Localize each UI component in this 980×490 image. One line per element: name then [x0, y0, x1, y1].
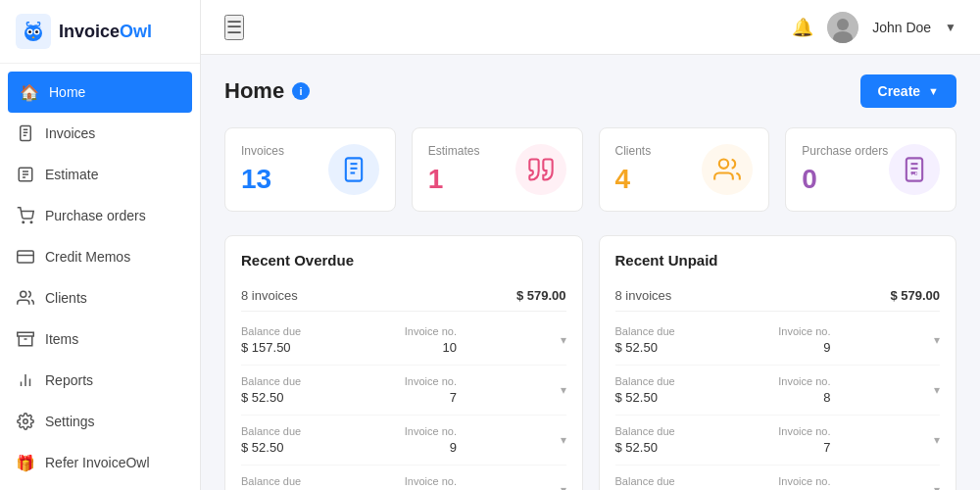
balance-value: $ 52.50 — [241, 390, 301, 405]
unpaid-item[interactable]: Balance due $ 52.50 Invoice no. 6 ▾ — [615, 466, 941, 490]
invoice-label: Invoice no. — [405, 375, 457, 387]
sidebar-item-label: Reports — [45, 372, 93, 388]
hamburger-button[interactable]: ☰ — [224, 15, 244, 40]
unpaid-item[interactable]: Balance due $ 52.50 Invoice no. 9 ▾ — [615, 316, 941, 366]
nav-menu: 🏠 Home Invoices Estimate Purchase orders — [0, 64, 200, 490]
expand-icon[interactable]: ▾ — [561, 333, 566, 347]
expand-icon[interactable]: ▾ — [561, 433, 566, 447]
expand-icon[interactable]: ▾ — [561, 383, 566, 397]
svg-point-1 — [24, 25, 42, 41]
overdue-item[interactable]: Balance due $ 52.50 Invoice no. 9 ▾ — [241, 416, 566, 466]
balance-label: Balance due — [241, 475, 301, 487]
invoice-label: Invoice no. — [405, 325, 457, 337]
recent-overdue-summary: 8 invoices $ 579.00 — [241, 280, 566, 312]
stat-label: Invoices — [241, 144, 284, 158]
invoices-icon — [16, 123, 35, 143]
invoice-no: 7 — [823, 440, 830, 455]
sidebar-item-faqs[interactable]: FAQs — [0, 483, 200, 490]
invoice-label: Invoice no. — [405, 475, 457, 487]
sidebar-item-label: Estimate — [45, 167, 98, 182]
expand-icon[interactable]: ▾ — [934, 333, 940, 347]
balance-label: Balance due — [615, 475, 675, 487]
stat-card-estimates[interactable]: Estimates 1 — [412, 127, 583, 212]
stat-label: Purchase orders — [802, 144, 888, 158]
stat-card-clients[interactable]: Clients 4 — [599, 127, 770, 212]
avatar — [827, 12, 858, 43]
balance-value: $ 52.50 — [615, 440, 675, 455]
header-right: 🔔 John Doe ▼ — [792, 12, 956, 43]
user-menu-chevron-icon[interactable]: ▼ — [945, 21, 956, 34]
stat-icon-purchase-orders: PO — [889, 144, 940, 195]
invoice-no: 9 — [450, 440, 457, 455]
svg-rect-36 — [906, 158, 922, 180]
sidebar-item-refer[interactable]: 🎁 Refer InvoiceOwl — [0, 442, 200, 483]
balance-value: $ 52.50 — [241, 440, 301, 455]
page-content: Home i Create ▼ Invoices 13 — [201, 55, 980, 490]
svg-rect-17 — [18, 251, 34, 263]
invoice-no: 10 — [442, 340, 456, 355]
sidebar-item-label: Home — [49, 84, 85, 100]
sidebar-item-label: Purchase orders — [45, 208, 146, 223]
top-header: ☰ 🔔 John Doe ▼ — [201, 0, 980, 55]
overdue-item[interactable]: Balance due $ 52.50 Invoice no. 8 ▾ — [241, 466, 566, 490]
overdue-item[interactable]: Balance due $ 52.50 Invoice no. 7 ▾ — [241, 366, 566, 416]
svg-point-35 — [719, 160, 728, 169]
sidebar-item-reports[interactable]: Reports — [0, 360, 200, 401]
expand-icon[interactable]: ▾ — [561, 483, 566, 490]
sidebar-item-credit-memos[interactable]: Credit Memos — [0, 236, 200, 277]
unpaid-item[interactable]: Balance due $ 52.50 Invoice no. 8 ▾ — [615, 366, 941, 416]
overdue-item[interactable]: Balance due $ 157.50 Invoice no. 10 ▾ — [241, 316, 566, 366]
sidebar: InvoiceOwl 🏠 Home Invoices Estimate Purc… — [0, 0, 201, 490]
sidebar-item-home[interactable]: 🏠 Home — [8, 72, 192, 113]
svg-point-16 — [30, 221, 32, 223]
sidebar-item-settings[interactable]: Settings — [0, 401, 200, 442]
sidebar-item-label: Credit Memos — [45, 249, 130, 265]
expand-icon[interactable]: ▾ — [934, 383, 940, 397]
stat-value: 1 — [428, 164, 480, 195]
sidebar-item-label: Refer InvoiceOwl — [45, 455, 150, 470]
balance-label: Balance due — [241, 375, 301, 387]
create-button[interactable]: Create ▼ — [860, 74, 956, 108]
sidebar-item-estimate[interactable]: Estimate — [0, 154, 200, 195]
clients-icon — [16, 288, 35, 308]
recent-overdue-section: Recent Overdue 8 invoices $ 579.00 Balan… — [224, 235, 583, 490]
recent-sections: Recent Overdue 8 invoices $ 579.00 Balan… — [224, 235, 956, 490]
stat-value: 4 — [615, 164, 652, 195]
stat-label: Clients — [615, 144, 652, 158]
recent-unpaid-summary: 8 invoices $ 579.00 — [615, 280, 941, 312]
sidebar-item-items[interactable]: Items — [0, 318, 200, 360]
stat-value: 13 — [241, 164, 284, 195]
svg-point-25 — [24, 419, 28, 424]
sidebar-item-invoices[interactable]: Invoices — [0, 113, 200, 154]
stat-icon-estimates — [515, 144, 566, 195]
stat-card-purchase-orders[interactable]: Purchase orders 0 PO — [785, 127, 956, 212]
reports-icon — [16, 370, 35, 390]
unpaid-item[interactable]: Balance due $ 52.50 Invoice no. 7 ▾ — [615, 416, 941, 466]
balance-label: Balance due — [615, 375, 675, 387]
stat-icon-clients — [702, 144, 753, 195]
settings-icon — [16, 412, 35, 431]
sidebar-item-label: Settings — [45, 414, 95, 429]
balance-label: Balance due — [241, 325, 301, 337]
refer-icon: 🎁 — [16, 453, 35, 472]
svg-text:PO: PO — [911, 172, 918, 176]
purchase-orders-icon — [16, 206, 35, 225]
invoice-label: Invoice no. — [405, 425, 457, 437]
unpaid-summary-label: 8 invoices — [615, 288, 672, 303]
sidebar-item-clients[interactable]: Clients — [0, 277, 200, 318]
info-icon[interactable]: i — [292, 82, 310, 100]
sidebar-item-label: Items — [45, 331, 78, 347]
content-header: Home i Create ▼ — [224, 74, 956, 108]
sidebar-item-purchase-orders[interactable]: Purchase orders — [0, 195, 200, 236]
svg-point-29 — [837, 19, 849, 30]
expand-icon[interactable]: ▾ — [934, 483, 940, 490]
notification-bell-icon[interactable]: 🔔 — [792, 17, 813, 38]
sidebar-item-label: Clients — [45, 290, 87, 306]
expand-icon[interactable]: ▾ — [934, 433, 940, 447]
svg-rect-20 — [18, 332, 34, 336]
invoice-no: 9 — [823, 340, 830, 355]
stat-card-invoices[interactable]: Invoices 13 — [224, 127, 396, 212]
main-area: ☰ 🔔 John Doe ▼ Home i Create ▼ — [201, 0, 980, 490]
balance-label: Balance due — [241, 425, 301, 437]
estimate-icon — [16, 165, 35, 184]
